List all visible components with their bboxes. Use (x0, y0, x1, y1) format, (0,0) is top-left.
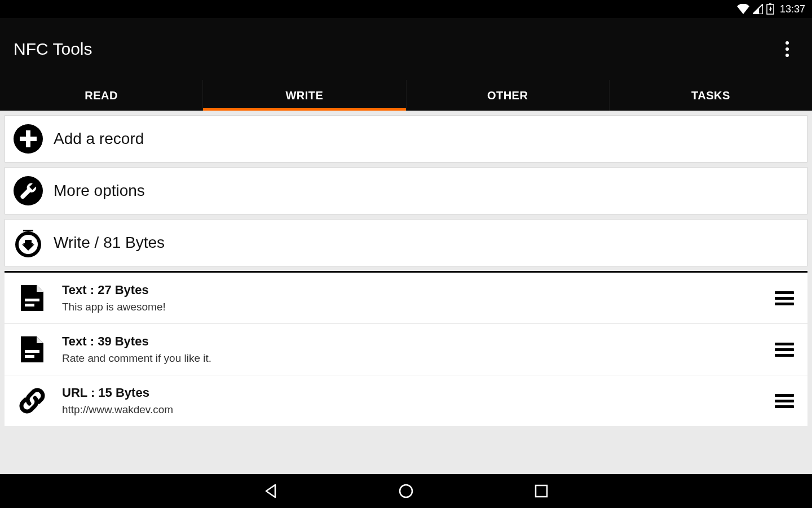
drag-handle-icon[interactable] (775, 343, 794, 357)
overflow-menu-button[interactable] (776, 38, 798, 60)
drag-handle-icon[interactable] (775, 291, 794, 305)
plus-circle-icon (13, 124, 43, 154)
text-file-icon (18, 284, 46, 312)
record-item[interactable]: Text : 27 Bytes This app is awesome! (5, 273, 807, 324)
content-area: Add a record More options Write / 81 Byt… (0, 111, 812, 474)
tab-bar: READ WRITE OTHER TASKS (0, 80, 812, 111)
wrench-circle-icon (13, 176, 43, 206)
svg-rect-1 (769, 3, 771, 5)
home-button[interactable] (395, 480, 417, 502)
link-icon (18, 387, 46, 415)
download-circle-icon (13, 227, 43, 258)
record-item[interactable]: Text : 39 Bytes Rate and comment if you … (5, 324, 807, 375)
back-triangle-icon (263, 483, 279, 499)
text-file-icon (18, 335, 46, 364)
record-subtitle: This app is awesome! (62, 301, 775, 313)
recents-square-icon (534, 484, 549, 498)
back-button[interactable] (259, 480, 282, 502)
svg-rect-9 (25, 299, 39, 301)
navigation-bar (0, 474, 812, 508)
write-label: Write / 81 Bytes (54, 234, 165, 252)
tab-write[interactable]: WRITE (203, 80, 406, 111)
record-title: URL : 15 Bytes (62, 386, 775, 400)
drag-handle-icon[interactable] (775, 394, 794, 408)
more-options-button[interactable]: More options (5, 167, 807, 214)
overflow-icon (785, 41, 789, 57)
record-subtitle: Rate and comment if you like it. (62, 352, 775, 365)
app-title: NFC Tools (14, 40, 92, 59)
tab-tasks[interactable]: TASKS (610, 80, 812, 111)
battery-charging-icon (766, 3, 774, 15)
more-options-label: More options (54, 182, 145, 200)
tab-read[interactable]: READ (0, 80, 203, 111)
svg-rect-10 (25, 304, 34, 306)
record-title: Text : 27 Bytes (62, 283, 775, 297)
status-bar: 13:37 (0, 0, 812, 18)
app-bar: NFC Tools (0, 18, 812, 80)
record-title: Text : 39 Bytes (62, 334, 775, 349)
record-subtitle: http://www.wakdev.com (62, 404, 775, 416)
home-circle-icon (398, 483, 414, 499)
tab-other[interactable]: OTHER (407, 80, 610, 111)
write-button[interactable]: Write / 81 Bytes (5, 219, 807, 266)
svg-rect-11 (25, 350, 39, 353)
recents-button[interactable] (530, 480, 553, 502)
records-list: Text : 27 Bytes This app is awesome! Tex… (5, 273, 807, 426)
add-record-button[interactable]: Add a record (5, 115, 807, 163)
svg-rect-7 (23, 230, 33, 231)
svg-rect-12 (25, 355, 34, 358)
status-time: 13:37 (780, 3, 805, 15)
record-item[interactable]: URL : 15 Bytes http://www.wakdev.com (5, 375, 807, 426)
svg-rect-14 (536, 485, 547, 497)
signal-icon (753, 4, 763, 14)
svg-rect-8 (23, 233, 33, 234)
svg-rect-4 (20, 137, 37, 141)
wifi-icon (737, 4, 749, 14)
add-record-label: Add a record (54, 130, 144, 148)
svg-point-13 (400, 485, 412, 497)
